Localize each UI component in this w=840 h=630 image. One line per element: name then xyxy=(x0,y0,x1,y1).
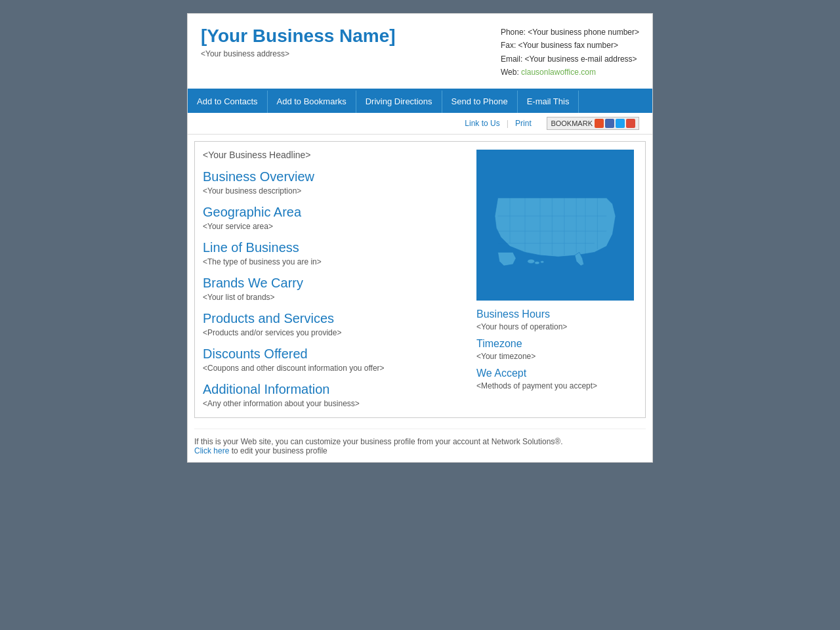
left-column: <Your Business Headline> Business Overvi… xyxy=(203,150,476,410)
bm-icon-4 xyxy=(626,119,635,128)
bm-icon-1 xyxy=(595,119,604,128)
email-label: Email: xyxy=(501,54,522,64)
right-section-title-0: Business Hours xyxy=(476,308,637,320)
header: [Your Business Name] <Your business addr… xyxy=(188,14,652,91)
email-line: Email: <Your business e-mail address> xyxy=(501,52,639,66)
section-desc-5: <Coupons and other discount information … xyxy=(203,364,466,373)
section-title-2: Line of Business xyxy=(203,240,466,255)
header-left: [Your Business Name] <Your business addr… xyxy=(201,26,396,58)
nav-send-to-phone[interactable]: Send to Phone xyxy=(442,91,518,113)
contact-info: Phone: <Your business phone number> Fax:… xyxy=(501,26,639,79)
footer-link[interactable]: Click here xyxy=(194,446,229,455)
svg-point-1 xyxy=(535,261,539,264)
nav-add-bookmarks[interactable]: Add to Bookmarks xyxy=(268,91,356,113)
footer-note: If this is your Web site, you can custom… xyxy=(194,429,646,455)
section-title-4: Products and Services xyxy=(203,311,466,326)
phone-value: <Your business phone number> xyxy=(528,28,639,37)
us-map xyxy=(476,150,634,301)
page-wrapper: [Your Business Name] <Your business addr… xyxy=(187,13,653,463)
utility-separator: | xyxy=(507,118,509,128)
right-section-desc-0: <Your hours of operation> xyxy=(476,322,637,331)
utility-bar: Link to Us | Print BOOKMARK xyxy=(188,113,652,135)
web-line: Web: clausonlawoffice.com xyxy=(501,66,639,79)
section-desc-1: <Your service area> xyxy=(203,222,466,231)
bm-icon-2 xyxy=(605,119,614,128)
fax-line: Fax: <Your business fax number> xyxy=(501,39,639,52)
main-content: <Your Business Headline> Business Overvi… xyxy=(188,135,652,462)
section-desc-6: <Any other information about your busine… xyxy=(203,399,466,408)
section-title-3: Brands We Carry xyxy=(203,276,466,291)
section-desc-0: <Your business description> xyxy=(203,186,466,196)
section-title-6: Additional Information xyxy=(203,382,466,397)
section-desc-3: <Your list of brands> xyxy=(203,293,466,302)
phone-line: Phone: <Your business phone number> xyxy=(501,26,639,39)
nav-add-contacts[interactable]: Add to Contacts xyxy=(188,91,268,113)
footer-text: If this is your Web site, you can custom… xyxy=(194,437,563,446)
nav-bar: Add to Contacts Add to Bookmarks Driving… xyxy=(188,91,652,113)
section-title-1: Geographic Area xyxy=(203,205,466,220)
right-section-desc-2: <Methods of payment you accept> xyxy=(476,381,637,390)
bookmark-label: BOOKMARK xyxy=(551,119,593,127)
nav-driving-directions[interactable]: Driving Directions xyxy=(356,91,442,113)
fax-label: Fax: xyxy=(501,41,516,50)
bookmark-icons xyxy=(595,119,635,128)
email-value: <Your business e-mail address> xyxy=(525,54,637,64)
section-desc-4: <Products and/or services you provide> xyxy=(203,328,466,337)
link-to-us[interactable]: Link to Us xyxy=(465,119,499,128)
right-section-title-2: We Accept xyxy=(476,368,637,379)
fax-value: <Your business fax number> xyxy=(518,41,618,50)
content-inner: <Your Business Headline> Business Overvi… xyxy=(194,141,646,418)
right-column: Business Hours <Your hours of operation>… xyxy=(476,150,637,410)
phone-label: Phone: xyxy=(501,28,526,37)
utility-separator2 xyxy=(538,118,541,128)
bm-icon-3 xyxy=(616,119,625,128)
business-name: [Your Business Name] xyxy=(201,26,396,47)
footer-link-suffix: to edit your business profile xyxy=(232,446,327,455)
print-link[interactable]: Print xyxy=(515,119,532,128)
business-address: <Your business address> xyxy=(201,49,396,58)
nav-email-this[interactable]: E-mail This xyxy=(518,91,579,113)
right-section-desc-1: <Your timezone> xyxy=(476,352,637,361)
section-title-0: Business Overview xyxy=(203,169,466,184)
business-headline: <Your Business Headline> xyxy=(203,150,466,160)
section-desc-2: <The type of business you are in> xyxy=(203,257,466,266)
web-link[interactable]: clausonlawoffice.com xyxy=(521,68,596,77)
bookmark-button[interactable]: BOOKMARK xyxy=(547,117,639,130)
svg-point-0 xyxy=(528,259,535,263)
section-title-5: Discounts Offered xyxy=(203,346,466,362)
right-section-title-1: Timezone xyxy=(476,338,637,350)
us-map-svg xyxy=(480,153,631,297)
svg-point-2 xyxy=(540,261,544,263)
web-label: Web: xyxy=(501,68,519,77)
